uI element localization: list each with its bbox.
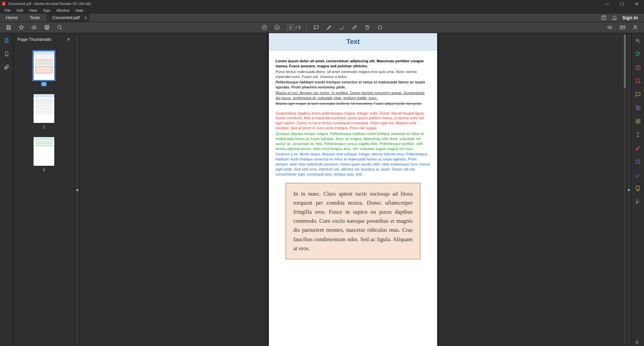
menu-sign[interactable]: Sign [40, 8, 53, 13]
thumbnail-number: 2 [43, 125, 45, 129]
tab-tools[interactable]: Tools [24, 13, 46, 22]
menu-edit[interactable]: Edit [14, 8, 26, 13]
menu-help[interactable]: Help [73, 8, 86, 13]
minimize-button[interactable]: — [600, 0, 614, 7]
main-toolbar: / 3 [0, 22, 644, 33]
doc-script-box: In in nunc. Class aptent taciti sociosqu… [286, 183, 420, 259]
right-tool-rail [631, 33, 644, 346]
viewer-scrollbar-thumb[interactable] [624, 34, 626, 88]
comment-tool-icon[interactable] [634, 91, 642, 98]
share-email-icon[interactable] [619, 24, 626, 31]
doc-para-blue: Vivamus a mi. Morbi neque. Aliquam erat … [276, 152, 430, 177]
page-up-icon[interactable] [261, 24, 268, 31]
svg-rect-22 [638, 122, 640, 123]
svg-rect-17 [636, 106, 639, 109]
svg-rect-5 [46, 28, 48, 30]
combine-files-icon[interactable] [634, 104, 642, 112]
total-pages: 3 [298, 25, 300, 30]
left-nav-rail [0, 33, 13, 346]
zoom-icon[interactable] [634, 37, 642, 45]
svg-rect-9 [620, 26, 625, 29]
document-viewer[interactable]: Text Lorem ipsum dolor sit amet, consect… [79, 33, 627, 346]
thumbnails-tab-icon[interactable] [3, 37, 10, 44]
doc-para-green: Quisque aliquam tempor magna. Pellentesq… [276, 131, 430, 151]
save-icon[interactable] [5, 24, 12, 31]
viewer-scrollbar[interactable] [624, 34, 626, 345]
svg-rect-23 [636, 161, 640, 164]
expand-rail-icon[interactable] [634, 339, 642, 346]
thumbnail-page[interactable]: 1 [13, 51, 74, 86]
doc-para-underline: Mauris et orci. Aenean nec lorem. In por… [276, 90, 430, 100]
svg-rect-12 [6, 39, 8, 43]
doc-para-strike: Mauris eget neque at sem venenatis eleif… [276, 101, 430, 106]
link-icon[interactable] [606, 24, 613, 31]
edit-pdf-icon[interactable] [634, 64, 642, 71]
convert-icon[interactable] [634, 185, 642, 192]
menu-view[interactable]: View [26, 8, 40, 13]
protect-icon[interactable] [634, 158, 642, 165]
account-icon[interactable] [632, 24, 639, 31]
svg-rect-18 [637, 107, 640, 110]
collapse-left-panel-handle[interactable]: ◀ [75, 33, 79, 346]
fill-sign-icon[interactable] [634, 171, 642, 179]
svg-rect-20 [638, 119, 640, 121]
svg-point-6 [58, 25, 61, 28]
tab-document-label: Converted.pdf [52, 15, 80, 20]
menu-file[interactable]: File [2, 8, 13, 13]
title-bar: A Converted.pdf - Adobe Acrobat Reader D… [0, 0, 644, 7]
thumbnails-panel: Page Thumbnails ✕ 1 2 3 [13, 33, 75, 346]
doc-para-bold: Lorem ipsum dolor sit amet, consectetuer… [276, 59, 430, 69]
redact-icon[interactable] [634, 144, 642, 152]
svg-rect-2 [8, 28, 10, 29]
svg-rect-21 [636, 122, 638, 123]
doc-para-bolditalic: Pellentesque habitant morbi tristique se… [276, 80, 430, 90]
sign-in-link[interactable]: Sign In [622, 15, 638, 20]
compress-pdf-icon[interactable] [634, 131, 642, 138]
thumbnail-page[interactable]: 2 [13, 94, 74, 129]
create-pdf-icon[interactable] [634, 77, 642, 85]
svg-rect-16 [636, 79, 639, 83]
tab-close-icon[interactable]: ✕ [84, 15, 87, 20]
pdf-page: Text Lorem ipsum dolor sit amet, consect… [269, 33, 437, 346]
collapse-right-panel-handle[interactable]: ▶ [627, 33, 631, 346]
thumbnail-number: 3 [43, 168, 45, 172]
page-sep: / [296, 25, 297, 30]
maximize-button[interactable]: ▢ [614, 0, 629, 7]
menu-window[interactable]: Window [54, 8, 72, 13]
app-icon: A [1, 1, 6, 6]
tab-document[interactable]: Converted.pdf ✕ [46, 13, 90, 22]
bookmark-tab-icon[interactable] [3, 51, 10, 57]
erase-icon[interactable] [351, 24, 358, 31]
window-title: Converted.pdf - Adobe Acrobat Reader DC … [8, 2, 91, 6]
thumbnail-number: 1 [41, 82, 47, 86]
draw-icon[interactable] [338, 24, 345, 31]
close-window-button[interactable]: ✕ [629, 0, 644, 7]
star-icon[interactable] [18, 24, 25, 31]
page-down-icon[interactable] [274, 24, 280, 31]
rotate-icon[interactable] [376, 24, 383, 31]
cloud-upload-icon[interactable] [31, 24, 38, 31]
tab-home[interactable]: Home [0, 13, 24, 22]
svg-rect-24 [636, 186, 639, 190]
svg-point-10 [634, 25, 636, 27]
comment-icon[interactable] [313, 24, 319, 31]
organize-pages-icon[interactable] [634, 118, 642, 125]
print-icon[interactable] [44, 24, 50, 31]
svg-point-8 [275, 25, 279, 30]
delete-icon[interactable] [364, 24, 370, 31]
highlight-icon[interactable] [326, 24, 332, 31]
doc-para-italic: Purus lectus malesuada libero, sit amet … [276, 69, 430, 79]
attachments-tab-icon[interactable] [3, 64, 10, 71]
current-page-input[interactable] [286, 24, 294, 30]
close-thumbnails-icon[interactable]: ✕ [67, 37, 70, 42]
help-icon[interactable] [601, 15, 607, 21]
notifications-icon[interactable] [611, 15, 618, 21]
more-tools-icon[interactable] [634, 198, 642, 205]
search-icon[interactable] [56, 24, 63, 31]
thumbnail-page[interactable]: 3 [13, 137, 74, 172]
toolbar-sep [306, 24, 307, 31]
doc-para-red: Suspendisse dapibus lorem pellentesque m… [276, 111, 430, 131]
svg-rect-14 [636, 52, 639, 56]
export-pdf-icon[interactable] [634, 51, 642, 58]
page-heading: Text [269, 33, 437, 51]
